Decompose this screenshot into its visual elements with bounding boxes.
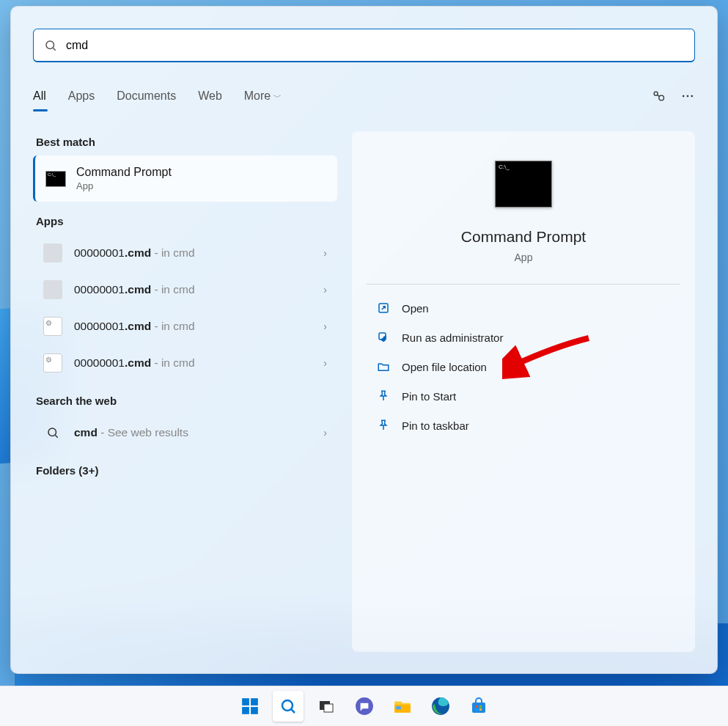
settings-file-icon xyxy=(43,317,62,336)
chevron-right-icon: › xyxy=(323,357,327,369)
chevron-down-icon: ﹀ xyxy=(273,92,282,101)
best-match-title: Command Prompt xyxy=(76,166,172,179)
app-result[interactable]: 00000001.cmd - in cmd› xyxy=(33,235,337,271)
result-label: 00000001.cmd - in cmd xyxy=(74,246,195,260)
action-pin-to-taskbar[interactable]: Pin to taskbar xyxy=(367,411,680,440)
svg-point-6 xyxy=(687,95,689,98)
app-result[interactable]: 00000001.cmd - in cmd› xyxy=(33,271,337,308)
taskbar-file-explorer[interactable] xyxy=(387,691,418,722)
action-open[interactable]: Open xyxy=(367,293,680,323)
tab-all[interactable]: All xyxy=(33,89,46,103)
start-menu-search-panel: All Apps Documents Web More﹀ Best match … xyxy=(10,6,718,674)
folder-icon xyxy=(377,360,390,373)
file-icon xyxy=(43,243,62,263)
result-label: 00000001.cmd - in cmd xyxy=(74,320,195,333)
best-match-result[interactable]: Command Prompt App xyxy=(33,155,337,202)
search-web-header: Search the web xyxy=(36,395,334,407)
svg-point-0 xyxy=(46,41,54,49)
svg-rect-13 xyxy=(251,698,258,705)
action-run-as-admin[interactable]: Run as administrator xyxy=(367,323,680,352)
taskbar-task-view[interactable] xyxy=(311,691,342,722)
command-prompt-icon xyxy=(45,171,66,187)
svg-rect-25 xyxy=(476,705,478,708)
tab-documents[interactable]: Documents xyxy=(117,89,176,103)
svg-rect-19 xyxy=(324,704,333,712)
svg-rect-12 xyxy=(242,698,249,705)
svg-point-8 xyxy=(48,428,56,436)
open-icon xyxy=(377,301,390,315)
svg-rect-22 xyxy=(396,706,401,709)
divider xyxy=(367,284,680,285)
best-match-header: Best match xyxy=(36,136,334,148)
svg-point-7 xyxy=(691,95,694,98)
svg-line-9 xyxy=(55,435,57,437)
tab-more[interactable]: More﹀ xyxy=(244,89,282,103)
start-button[interactable] xyxy=(235,691,265,722)
file-icon xyxy=(43,280,62,299)
taskbar-store[interactable] xyxy=(463,691,494,722)
chevron-right-icon: › xyxy=(323,427,327,439)
search-input[interactable] xyxy=(66,39,684,52)
svg-point-16 xyxy=(282,700,293,711)
tab-apps[interactable]: Apps xyxy=(68,89,95,103)
svg-rect-27 xyxy=(476,708,478,711)
chevron-right-icon: › xyxy=(323,284,327,296)
svg-rect-15 xyxy=(251,707,258,714)
preview-title: Command Prompt xyxy=(367,228,680,246)
svg-rect-28 xyxy=(479,708,482,711)
action-pin-to-start[interactable]: Pin to Start xyxy=(367,381,680,411)
svg-rect-14 xyxy=(242,707,249,714)
search-icon xyxy=(44,39,57,52)
pin-icon xyxy=(377,419,390,432)
results-column: Best match Command Prompt App Apps 00000… xyxy=(33,131,337,652)
filter-tabs: All Apps Documents Web More﹀ xyxy=(33,83,695,109)
taskbar xyxy=(0,686,728,726)
svg-line-1 xyxy=(53,48,55,50)
svg-rect-24 xyxy=(472,703,485,713)
taskbar-chat[interactable] xyxy=(349,691,380,722)
search-icon xyxy=(43,423,62,442)
best-match-subtitle: App xyxy=(76,180,172,191)
chevron-right-icon: › xyxy=(323,320,327,332)
preview-app-icon xyxy=(495,161,552,208)
svg-line-17 xyxy=(291,709,295,713)
svg-rect-26 xyxy=(479,705,482,708)
apps-header: Apps xyxy=(36,215,334,227)
svg-point-5 xyxy=(683,95,685,98)
more-options-icon[interactable] xyxy=(680,89,695,103)
taskbar-edge[interactable] xyxy=(425,691,456,722)
svg-line-4 xyxy=(657,95,659,97)
action-open-file-location[interactable]: Open file location xyxy=(367,352,680,381)
web-search-result[interactable]: cmd - See web results › xyxy=(33,414,337,451)
folders-header: Folders (3+) xyxy=(36,464,334,477)
taskbar-search-button[interactable] xyxy=(273,691,304,722)
app-result[interactable]: 00000001.cmd - in cmd› xyxy=(33,345,337,381)
chevron-right-icon: › xyxy=(323,247,327,259)
settings-file-icon xyxy=(43,353,62,373)
pin-icon xyxy=(377,389,390,403)
preview-pane: Command Prompt App Open Run as administr… xyxy=(352,131,695,652)
tips-icon[interactable] xyxy=(651,89,666,103)
tab-web[interactable]: Web xyxy=(198,89,222,103)
search-box[interactable] xyxy=(33,29,695,62)
app-result[interactable]: 00000001.cmd - in cmd› xyxy=(33,308,337,345)
shield-icon xyxy=(377,331,390,344)
preview-subtitle: App xyxy=(367,252,680,263)
result-label: 00000001.cmd - in cmd xyxy=(74,356,195,370)
result-label: 00000001.cmd - in cmd xyxy=(74,283,195,296)
